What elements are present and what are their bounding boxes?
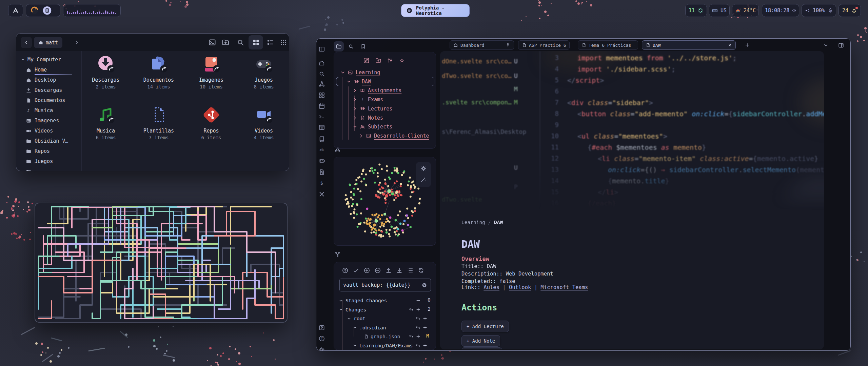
- git-item-learning-daw-exams[interactable]: Learning/DAW/Exams: [353, 341, 413, 350]
- ribbon-vault-icon[interactable]: [318, 324, 325, 331]
- sidebar-item-juegos[interactable]: Juegos: [26, 158, 53, 165]
- git-down2-icon[interactable]: [396, 267, 403, 274]
- git-item-staged-changes[interactable]: Staged Changes: [339, 296, 387, 305]
- note-breadcrumb[interactable]: Learning / DAW: [461, 220, 503, 225]
- git-sync-icon[interactable]: [418, 267, 425, 274]
- git-up2-icon[interactable]: [385, 267, 392, 274]
- keyboard-layout-widget[interactable]: US: [709, 4, 730, 17]
- folder-descargas[interactable]: Descargas2 items: [84, 53, 128, 89]
- ribbon-panel-icon[interactable]: [318, 46, 325, 53]
- git-minus2-icon[interactable]: [416, 298, 421, 303]
- clipped-button[interactable]: [461, 347, 502, 349]
- explorer-item-exams[interactable]: !Exams: [353, 95, 383, 104]
- folder-documentos[interactable]: Documentos14 items: [137, 53, 181, 89]
- chevron-down-icon[interactable]: [347, 79, 351, 84]
- note-link-microsoft-teams[interactable]: Microsoft Teams: [540, 284, 588, 290]
- chevron-right-icon[interactable]: [353, 97, 357, 102]
- git-item--obsidian[interactable]: .obsidian: [353, 323, 386, 332]
- search-icon[interactable]: [236, 38, 244, 46]
- sidebar-item-descargas[interactable]: Descargas: [26, 86, 62, 94]
- document-app-icon[interactable]: [42, 6, 52, 15]
- ribbon-graphd-icon[interactable]: [318, 81, 325, 87]
- ribbon-home-icon[interactable]: [318, 60, 325, 66]
- list-view-icon[interactable]: [266, 38, 274, 46]
- menu-icon[interactable]: [279, 38, 288, 46]
- git-undo-icon[interactable]: [415, 316, 420, 321]
- graph-wand-icon[interactable]: [420, 176, 427, 183]
- git-listi-icon[interactable]: [407, 267, 414, 274]
- git-item-root[interactable]: root: [347, 314, 366, 323]
- note-link-aules[interactable]: Aules: [484, 284, 499, 290]
- chevron-right-icon[interactable]: [359, 134, 363, 138]
- sidebar-item-musica[interactable]: ♪Musica: [26, 107, 53, 114]
- sidebar-item-documentos[interactable]: Documentos: [26, 97, 65, 104]
- forward-button[interactable]: [71, 37, 82, 48]
- folder-imagenes[interactable]: Imagenes10 items: [189, 53, 233, 89]
- explorer-sorti-icon[interactable]: [387, 57, 393, 64]
- ribbon-swords-icon[interactable]: [318, 191, 325, 198]
- sidebar-item-desktop[interactable]: Desktop: [26, 76, 56, 84]
- git-item-changes[interactable]: Changes: [339, 305, 366, 314]
- panel-tab-search[interactable]: [346, 41, 356, 52]
- tab-dashboard[interactable]: Dashboard: [450, 40, 514, 50]
- explorer-item-notes[interactable]: Notes: [353, 114, 383, 122]
- git-undo-icon[interactable]: [415, 343, 420, 348]
- taskbar-apps[interactable]: [26, 4, 60, 17]
- chevron-down-icon[interactable]: [353, 124, 357, 129]
- explorer-item-desarrollo-cliente[interactable]: TSDesarrollo-Cliente: [359, 131, 429, 140]
- ribbon-pad-icon[interactable]: [318, 157, 325, 164]
- ribbon-term-icon[interactable]: [318, 113, 325, 120]
- explorer-folderp-icon[interactable]: [375, 57, 381, 64]
- explorer-item-lectures[interactable]: Lectures: [353, 104, 392, 113]
- explorer-item-assignments[interactable]: Assignments: [353, 86, 401, 95]
- updates-widget[interactable]: 11: [685, 4, 707, 17]
- folder-plantillas[interactable]: Plantillas7 items: [137, 104, 181, 140]
- tab-daw[interactable]: DAW: [642, 40, 736, 50]
- sidebar-item-videos[interactable]: Videos: [26, 127, 53, 135]
- git-plus-icon[interactable]: [422, 316, 428, 321]
- folder-musica[interactable]: Musica6 items: [84, 104, 128, 140]
- git-plus-icon[interactable]: [422, 343, 428, 348]
- pin-icon[interactable]: [506, 43, 510, 47]
- git-plus-icon[interactable]: [416, 334, 421, 339]
- explorer-item-learning[interactable]: Learning: [340, 68, 380, 77]
- git-undo-icon[interactable]: [409, 334, 414, 339]
- git-cup-icon[interactable]: [342, 267, 349, 274]
- file-manager-titlebar[interactable]: matt: [16, 34, 289, 51]
- button--add-note[interactable]: + Add Note: [461, 335, 500, 347]
- volume-widget[interactable]: 100%: [802, 4, 836, 17]
- explorer-collapse-icon[interactable]: [399, 57, 405, 64]
- firefox-icon[interactable]: [30, 6, 39, 15]
- weather-widget[interactable]: 24°C: [732, 4, 759, 17]
- ribbon-grid4-icon[interactable]: [318, 92, 325, 99]
- new-tab-icon[interactable]: [745, 42, 750, 48]
- ribbon-book-icon[interactable]: [318, 136, 325, 142]
- graph-collapse-icon[interactable]: [334, 146, 343, 155]
- git-plus-icon[interactable]: [416, 307, 421, 312]
- ribbon-tablei-icon[interactable]: [318, 124, 325, 131]
- ribbon-gear-icon[interactable]: [318, 346, 325, 351]
- breadcrumb[interactable]: matt: [34, 37, 62, 48]
- folder-juegos[interactable]: Juegos8 items: [242, 53, 286, 89]
- grid-view-icon[interactable]: [252, 38, 260, 46]
- chevron-down-icon[interactable]: [340, 70, 345, 75]
- split-pane-icon[interactable]: [838, 42, 844, 48]
- clear-message-icon[interactable]: [421, 282, 427, 288]
- ribbon-calendar-icon[interactable]: [318, 103, 325, 109]
- sidebar-item-repos[interactable]: Repos: [26, 147, 50, 155]
- notifications-widget[interactable]: 24: [839, 4, 861, 17]
- sidebar-item-clipped[interactable]: [26, 168, 35, 171]
- sidebar-header[interactable]: My Computer: [21, 57, 61, 63]
- tab-asp-practice-6[interactable]: ASP Practice 6: [518, 40, 570, 50]
- panel-tab-folder[interactable]: [334, 41, 344, 52]
- panel-tab-bookmark[interactable]: [358, 41, 368, 52]
- explorer-pencilsq-icon[interactable]: [363, 57, 370, 64]
- git-minusc-icon[interactable]: [374, 267, 381, 274]
- sidebar-item-imagenes[interactable]: Imagenes: [26, 117, 59, 124]
- commit-message-input[interactable]: vault backup: {{date}}: [339, 279, 431, 291]
- git-check-icon[interactable]: [353, 267, 359, 274]
- clock-widget[interactable]: 18:08:28: [762, 4, 799, 17]
- tab-tema-6-pr-cticas-[interactable]: Tema 6 Prácticas -…: [578, 40, 638, 50]
- graph-settings-icon[interactable]: [420, 165, 427, 172]
- open-terminal-icon[interactable]: [208, 38, 216, 46]
